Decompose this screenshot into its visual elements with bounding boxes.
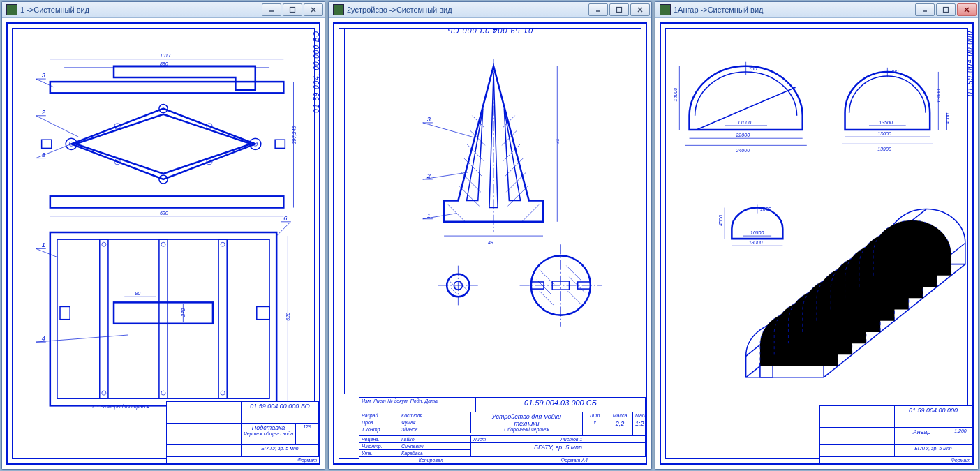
- svg-rect-35: [50, 232, 276, 405]
- svg-text:71: 71: [555, 138, 560, 144]
- svg-text:4000: 4000: [945, 113, 951, 124]
- svg-text:2: 2: [426, 172, 431, 179]
- svg-line-112: [567, 291, 581, 305]
- svg-line-111: [570, 277, 585, 292]
- maximize-button[interactable]: [936, 3, 956, 16]
- svg-rect-1: [290, 8, 295, 13]
- close-button[interactable]: [630, 3, 650, 16]
- svg-point-43: [102, 242, 106, 246]
- svg-rect-37: [100, 239, 108, 398]
- drawing-area[interactable]: 01.59.004.03.000 СБ: [329, 18, 651, 469]
- svg-text:11000: 11000: [737, 120, 751, 126]
- sheet-border: 01.59.004.03.000 СБ: [333, 22, 647, 465]
- svg-text:2: 2: [41, 109, 45, 116]
- minimize-button[interactable]: [915, 3, 935, 16]
- svg-text:397,245: 397,245: [292, 126, 297, 144]
- titlebar[interactable]: 1Ангар ->Системный вид: [655, 2, 978, 18]
- svg-text:13500: 13500: [879, 120, 893, 126]
- drawing-svg: 22000 24000 14000 750 11000 13000 13900 …: [661, 24, 972, 469]
- svg-text:880: 880: [160, 61, 168, 67]
- svg-line-29: [36, 116, 79, 137]
- svg-text:6: 6: [283, 215, 288, 222]
- svg-line-107: [540, 270, 555, 285]
- sheet-border: 01.59.004.00.000 22000 24000 14000 750 1…: [660, 22, 974, 465]
- svg-rect-39: [218, 239, 227, 398]
- svg-line-79: [507, 186, 527, 206]
- svg-point-44: [161, 242, 165, 246]
- svg-text:22000: 22000: [735, 133, 750, 138]
- mdi-window-1: 1 ->Системный вид 01.59.004. 00.000 ВО: [1, 1, 325, 470]
- svg-line-61: [276, 222, 290, 236]
- sheet-border: 01.59.004. 00.000 ВО: [6, 22, 320, 465]
- svg-text:48: 48: [488, 240, 493, 246]
- mdi-workspace: 1 ->Системный вид 01.59.004. 00.000 ВО: [0, 0, 980, 471]
- svg-text:1000: 1000: [760, 207, 771, 212]
- svg-line-80: [448, 204, 465, 221]
- svg-text:1017: 1017: [160, 53, 172, 59]
- svg-point-45: [221, 242, 225, 246]
- svg-text:620: 620: [160, 211, 168, 216]
- svg-text:4500: 4500: [718, 215, 724, 226]
- close-button[interactable]: [304, 3, 323, 16]
- svg-point-47: [161, 391, 165, 395]
- svg-rect-116: [944, 8, 949, 13]
- svg-text:3: 3: [427, 116, 431, 123]
- svg-point-46: [102, 391, 106, 395]
- svg-line-26: [36, 79, 54, 87]
- window-title: 2устройсво ->Системный вид: [347, 6, 452, 14]
- svg-text:270: 270: [181, 308, 186, 317]
- window-title: 1 ->Системный вид: [20, 6, 89, 14]
- svg-rect-42: [257, 306, 269, 319]
- svg-rect-41: [60, 306, 70, 319]
- drawing-note: 1. * Размеры для справок.: [91, 404, 151, 409]
- svg-rect-16: [42, 140, 52, 148]
- svg-text:13900: 13900: [877, 147, 891, 152]
- drawing-area[interactable]: 01.59.004. 00.000 ВО: [2, 18, 325, 469]
- svg-line-87: [423, 123, 473, 137]
- close-button[interactable]: [957, 3, 977, 16]
- svg-text:1: 1: [42, 241, 45, 248]
- svg-rect-4: [50, 82, 283, 93]
- svg-line-109: [540, 291, 554, 305]
- svg-line-110: [566, 266, 581, 281]
- svg-point-48: [221, 391, 225, 395]
- svg-line-74: [502, 116, 514, 128]
- maximize-button[interactable]: [609, 3, 629, 16]
- svg-rect-36: [57, 239, 269, 398]
- minimize-button[interactable]: [588, 3, 608, 16]
- titlebar[interactable]: 2устройсво ->Системный вид: [329, 2, 651, 18]
- svg-text:10500: 10500: [750, 230, 764, 236]
- svg-text:4: 4: [42, 335, 45, 342]
- drawing-area[interactable]: 01.59.004.00.000 22000 24000 14000 750 1…: [655, 18, 978, 469]
- minimize-button[interactable]: [262, 3, 281, 16]
- svg-text:80: 80: [135, 291, 140, 297]
- title-block: 01.59.004.00.000 Ангар 1:200 БГАТУ, гр. …: [819, 405, 972, 463]
- doc-icon: [6, 4, 17, 15]
- title-block: 01.59.004.00.000 ВО ПодставкаЧертеж обще…: [166, 401, 319, 463]
- maximize-button[interactable]: [283, 3, 302, 16]
- doc-icon: [333, 4, 344, 15]
- svg-text:13000: 13000: [936, 89, 942, 103]
- title-block: Изм. Лист № докум. Подп. Дата 01.59.004.…: [359, 397, 646, 463]
- svg-text:13000: 13000: [877, 131, 891, 137]
- svg-text:1: 1: [427, 212, 431, 219]
- svg-line-81: [522, 204, 539, 221]
- titlebar[interactable]: 1 ->Системный вид: [2, 2, 325, 18]
- mdi-window-3: 1Ангар ->Системный вид 01.59.004.00.000 …: [655, 1, 979, 470]
- svg-rect-5: [50, 196, 283, 207]
- mdi-window-2: 2устройсво ->Системный вид 01.59.004.03.…: [328, 1, 652, 470]
- doc-icon: [660, 4, 671, 15]
- svg-text:700: 700: [890, 69, 898, 75]
- svg-text:3: 3: [42, 72, 45, 79]
- svg-line-68: [473, 116, 485, 128]
- svg-text:620: 620: [285, 313, 291, 321]
- window-title: 1Ангар ->Системный вид: [674, 6, 763, 14]
- svg-text:18000: 18000: [749, 240, 763, 246]
- svg-line-55: [36, 248, 57, 257]
- svg-text:14000: 14000: [673, 88, 678, 102]
- svg-rect-40: [114, 302, 213, 323]
- svg-text:750: 750: [749, 66, 757, 72]
- svg-rect-17: [275, 140, 285, 148]
- svg-rect-38: [159, 239, 168, 398]
- svg-line-73: [459, 186, 479, 206]
